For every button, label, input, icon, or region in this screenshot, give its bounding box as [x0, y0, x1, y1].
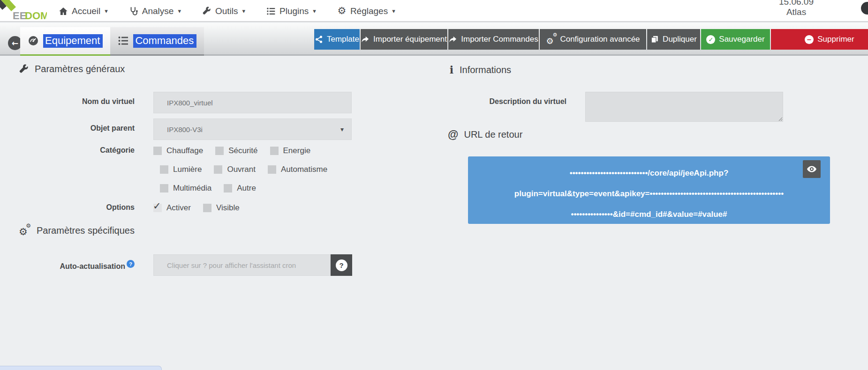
- checkbox[interactable]: [203, 204, 211, 212]
- category-checkbox-chauffage[interactable]: Chauffage: [153, 146, 203, 155]
- auto-refresh-label: Auto-actualisation?: [14, 260, 135, 271]
- gear-icon: ⚙: [337, 6, 347, 16]
- options-checkboxes: ✓ Activer Visible: [153, 202, 240, 214]
- cron-assistant-button[interactable]: ?: [331, 254, 352, 276]
- list-icon: [266, 6, 276, 16]
- checkbox[interactable]: [268, 165, 276, 174]
- auto-refresh-control: ?: [153, 254, 352, 276]
- checkbox[interactable]: [160, 184, 168, 192]
- category-checkbox-lumiere[interactable]: Lumière: [160, 165, 202, 174]
- specific-parameters-heading: ⚙⚙ Paramètres spécifiques: [19, 225, 135, 236]
- return-url-box: ••••••••••••••••••••••••••••/core/api/je…: [468, 156, 830, 224]
- checkbox[interactable]: [215, 147, 224, 155]
- import-commands-button[interactable]: Importer Commandes: [448, 29, 539, 50]
- chevron-down-icon: ▾: [105, 7, 108, 15]
- jeedom-app: EE DOM Accueil ▾ Analy: [0, 0, 868, 370]
- category-checkbox-automatisme[interactable]: Automatisme: [268, 165, 327, 174]
- options-label: Options: [14, 203, 135, 212]
- chevron-down-icon: ▾: [178, 7, 181, 15]
- description-label: Description du virtuel: [443, 97, 566, 106]
- system-status: 15.06.09 Atlas: [779, 0, 814, 17]
- category-checkboxes: Chauffage Sécurité Energie Lumière: [153, 145, 327, 194]
- return-url-line: ••••••••••••••••••••••••••••/core/api/je…: [487, 163, 811, 184]
- gears-icon: ⚙⚙: [546, 34, 556, 44]
- virtual-name-label: Nom du virtuel: [14, 97, 135, 106]
- share-arrow-icon: [361, 35, 370, 44]
- share-arrow-icon: [449, 35, 457, 44]
- jeedom-logo[interactable]: EE DOM: [0, 0, 47, 22]
- version-date: 15.06.09: [779, 0, 814, 7]
- nav-item-plugins[interactable]: Plugins ▾: [258, 0, 324, 22]
- category-row-1: Chauffage Sécurité Energie: [153, 145, 327, 156]
- show-url-button[interactable]: [803, 160, 821, 178]
- option-checkbox-activer[interactable]: ✓ Activer: [153, 203, 191, 213]
- checkbox[interactable]: [224, 184, 232, 192]
- profile-circle[interactable]: [861, 2, 868, 15]
- delete-button[interactable]: − Supprimer: [771, 29, 868, 50]
- share-alt-icon: [315, 35, 323, 44]
- advanced-configuration-button[interactable]: ⚙⚙ Configuration avancée: [540, 29, 646, 50]
- tab-commandes[interactable]: Commandes: [110, 27, 204, 54]
- save-button[interactable]: ✓ Sauvegarder: [701, 29, 770, 50]
- checkbox[interactable]: [153, 147, 162, 155]
- category-checkbox-energie[interactable]: Energie: [270, 146, 311, 155]
- return-url-line: plugin=virtual&type=event&apikey=•••••••…: [487, 184, 811, 204]
- tabs: Equipement Commandes: [20, 27, 204, 54]
- chevron-down-icon: ▾: [242, 7, 246, 15]
- duplicate-button[interactable]: Dupliquer: [647, 29, 700, 50]
- category-label: Catégorie: [14, 146, 135, 155]
- nav-item-reglages[interactable]: ⚙ Réglages ▾: [329, 0, 403, 22]
- option-checkbox-visible[interactable]: Visible: [203, 203, 240, 213]
- informations-section: i Informations Description du virtuel @ …: [443, 56, 846, 370]
- nav-item-accueil[interactable]: Accueil ▾: [51, 0, 115, 22]
- jeedom-logo-icon: EE DOM: [0, 0, 47, 22]
- return-url-line: •••••••••••••••&id=#cmd_id#&value=#value…: [487, 204, 811, 225]
- informations-heading: i Informations: [449, 64, 511, 76]
- checkbox-checked[interactable]: ✓: [153, 204, 162, 212]
- tab-label: Equipement: [43, 34, 103, 48]
- category-checkbox-autre[interactable]: Autre: [224, 184, 256, 193]
- nav-item-analyse[interactable]: Analyse ▾: [121, 0, 189, 22]
- gauge-icon: [28, 35, 39, 46]
- copy-icon: [650, 35, 659, 44]
- stethoscope-icon: [128, 6, 139, 16]
- wrench-icon: [19, 64, 29, 74]
- status-tooltip-bar: [0, 366, 162, 370]
- checkbox[interactable]: [214, 165, 222, 174]
- category-checkbox-securite[interactable]: Sécurité: [215, 146, 257, 155]
- return-url-heading: @ URL de retour: [448, 128, 522, 141]
- at-icon: @: [448, 128, 458, 141]
- eye-icon: [807, 164, 817, 174]
- chevron-down-icon: ▾: [340, 126, 344, 133]
- virtual-name-input[interactable]: [153, 92, 352, 113]
- category-checkbox-multimedia[interactable]: Multimédia: [160, 184, 211, 193]
- import-equipment-button[interactable]: Importer équipement: [361, 29, 447, 50]
- arrow-left-icon: ←: [12, 39, 18, 47]
- general-parameters-section: Paramètres généraux Nom du virtuel Objet…: [14, 56, 361, 370]
- home-icon: [58, 6, 68, 16]
- wrench-icon: [202, 6, 212, 16]
- system-name: Atlas: [779, 7, 814, 17]
- category-row-3: Multimédia Autre: [160, 183, 327, 194]
- checkbox[interactable]: [160, 165, 168, 174]
- nav-item-outils[interactable]: Outils ▾: [194, 0, 253, 22]
- chevron-down-icon: ▾: [392, 7, 395, 15]
- gears-icon: ⚙⚙: [19, 225, 31, 236]
- chevron-down-icon: ▾: [313, 7, 316, 15]
- template-button[interactable]: Template: [314, 29, 360, 50]
- parent-object-label: Objet parent: [14, 124, 135, 133]
- check-icon: ✓: [153, 200, 161, 212]
- svg-text:DOM: DOM: [25, 10, 47, 22]
- main-nav: Accueil ▾ Analyse ▾ Outils: [51, 0, 403, 22]
- tab-equipement[interactable]: Equipement: [20, 27, 110, 54]
- description-textarea[interactable]: [585, 92, 783, 122]
- parent-object-select[interactable]: IPX800-V3i ▾: [153, 118, 352, 140]
- auto-refresh-input[interactable]: [153, 254, 331, 276]
- tab-strip: ← Equipement: [0, 23, 868, 56]
- help-icon[interactable]: ?: [127, 260, 135, 268]
- category-checkbox-ouvrant[interactable]: Ouvrant: [214, 165, 255, 174]
- info-icon: i: [449, 64, 454, 76]
- parent-object-value: IPX800-V3i: [167, 126, 203, 133]
- svg-text:EE: EE: [13, 10, 26, 22]
- checkbox[interactable]: [270, 147, 279, 155]
